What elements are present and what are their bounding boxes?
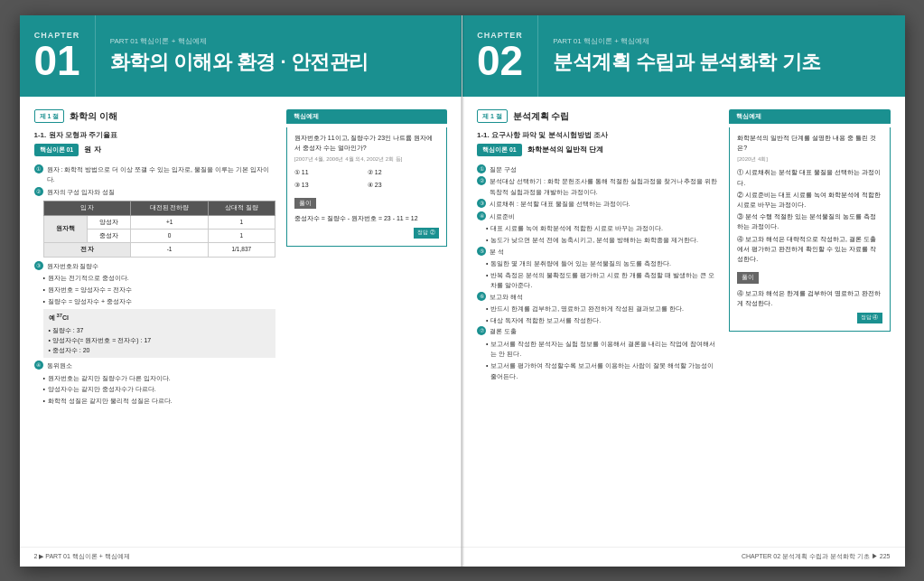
item-2: ② 원자의 구성 입자와 성질: [34, 187, 275, 198]
chapter-part-label-left: PART 01 핵심이론 + 핵심예제: [110, 36, 447, 46]
chapter-number-right: 02: [477, 40, 523, 81]
solution-left: 중성자수 = 질량수 - 원자번호 = 23 - 11 = 12: [294, 213, 439, 223]
core-title-left: 원 자: [84, 145, 100, 154]
step-3: ③ 시료채취 : 분석할 대표 물질을 선택하는 과정이다.: [477, 199, 718, 210]
item-1-text: 원자 : 화학적 방법으로 더 이상 쪼갤 수 있는 입자로, 물질을 이루는 …: [47, 164, 275, 185]
item-1: ① 원자 : 화학적 방법으로 더 이상 쪼갤 수 있는 입자로, 물질을 이루…: [34, 164, 275, 185]
footer-text-left: 2 ▶ PART 01 핵심이론 + 핵심예제: [34, 552, 130, 561]
section-title-right: 분석계획 수립: [513, 109, 570, 123]
right-page-footer: CHAPTER 02 분석계획 수립과 분석화학 기초 ▶ 225: [462, 547, 905, 567]
sol-label-right: 풀이: [737, 272, 759, 283]
chapter-title-block-left: PART 01 핵심이론 + 핵심예제 화학의 이해와 환경 · 안전관리: [95, 15, 462, 97]
chapter-part-label-right: PART 01 핵심이론 + 핵심예제: [553, 36, 890, 46]
chapter-title-left: 화학의 이해와 환경 · 안전관리: [110, 50, 447, 76]
chapter-title-right: 분석계획 수립과 분석화학 기초: [553, 50, 890, 76]
example-options-right: ① 시료채취는 분석할 대표 물질을 선택하는 과정이다. ② 시료준비는 대표…: [737, 167, 882, 264]
th-charge: 대전된 전하량: [131, 201, 208, 215]
atom-table: 입 자 대전된 전하량 상대적 질량 원자핵 양성자 +1 1: [43, 201, 275, 258]
example-year-right: [2020년 4회]: [737, 155, 882, 164]
td-neutron: 중성자: [87, 230, 130, 243]
step-1: ① 질문 구성: [477, 164, 718, 175]
solution-right: ④ 보고와 해석은 한계를 검부하여 명료하고 완전하게 작성한다.: [737, 288, 882, 308]
section-badge-left: 제 1 절: [34, 109, 65, 123]
chapter-number-left: 01: [34, 40, 80, 81]
atom-table-wrapper: 입 자 대전된 전하량 상대적 질량 원자핵 양성자 +1 1: [43, 201, 275, 258]
item-3-text: 원자번호와 질량수: [47, 261, 99, 272]
right-page-content: 제 1 절 분석계획 수립 1-1. 요구사항 파악 및 분석시험방법 조사 핵…: [462, 97, 905, 547]
right-page: CHAPTER 02 PART 01 핵심이론 + 핵심예제 분석계획 수립과 …: [462, 15, 905, 567]
example-question-left: 원자번호가 11이고, 질량수가 23인 나트륨 원자에서 중성자 수는 얼마인…: [294, 133, 439, 153]
right-main-content: 제 1 절 분석계획 수립 1-1. 요구사항 파악 및 분석시험방법 조사 핵…: [477, 109, 718, 534]
step-6: ⑥ 보고와 해석: [477, 292, 718, 303]
core-title-right: 화학분석의 일반적 단계: [527, 145, 603, 154]
section-header-left: 제 1 절 화학의 이해: [34, 109, 275, 123]
step-5: ⑤ 분 석: [477, 247, 718, 258]
item-4: ④ 동위원소: [34, 361, 275, 371]
example-box-label-left: 핵심예제: [286, 109, 447, 124]
example-year-left: [2007년 4월, 2006년 4월 외4, 2002년 2회 등]: [294, 155, 439, 164]
example-content-left: 원자번호가 11이고, 질량수가 23인 나트륨 원자에서 중성자 수는 얼마인…: [286, 127, 447, 248]
chapter-num-block-right: CHAPTER 02: [462, 15, 537, 97]
section-header-right: 제 1 절 분석계획 수립: [477, 109, 718, 123]
chapter-num-block-left: CHAPTER 01: [20, 15, 95, 97]
chapter-header-right: CHAPTER 02 PART 01 핵심이론 + 핵심예제 분석계획 수립과 …: [462, 15, 905, 97]
options-left: ① 11 ② 12 ③ 13 ④ 23: [294, 167, 439, 189]
chapter-title-block-right: PART 01 핵심이론 + 핵심예제 분석계획 수립과 분석화학 기초: [537, 15, 904, 97]
th-particle: 입 자: [43, 201, 131, 215]
cl-example-box: 예 37Cl • 질량수 : 37 • 양성자수(= 원자번호 = 전자수) :…: [43, 309, 275, 358]
footer-text-right: CHAPTER 02 분석계획 수립과 분석화학 기초 ▶ 225: [742, 552, 891, 561]
example-question-right: 화학분석의 일반적 단계를 설명한 내용 중 틀린 것은?: [737, 133, 882, 153]
left-main-content: 제 1 절 화학의 이해 1-1. 원자 모형과 주기율표 핵심이론 01 원 …: [34, 109, 275, 534]
left-example-column: 핵심예제 원자번호가 11이고, 질량수가 23인 나트륨 원자에서 중성자 수…: [286, 109, 447, 534]
example-box-label-right: 핵심예제: [729, 109, 890, 124]
item-2-text: 원자의 구성 입자와 성질: [47, 187, 116, 198]
left-page: CHAPTER 01 PART 01 핵심이론 + 핵심예제 화학의 이해와 환…: [20, 15, 463, 567]
core-concept-right: 핵심이론 01: [477, 144, 522, 155]
core-concept-left: 핵심이론 01: [34, 144, 79, 155]
sol-label-left: 풀이: [294, 198, 316, 209]
td-proton: 양성자: [87, 215, 130, 229]
subsection-heading-right: 1-1. 요구사항 파악 및 분석시험방법 조사: [477, 130, 718, 142]
section-title-left: 화학의 이해: [70, 109, 117, 123]
section-badge-right: 제 1 절: [477, 109, 508, 123]
item-3: ③ 원자번호와 질량수: [34, 261, 275, 272]
left-page-content: 제 1 절 화학의 이해 1-1. 원자 모형과 주기율표 핵심이론 01 원 …: [20, 97, 462, 547]
right-example-column: 핵심예제 화학분석의 일반적 단계를 설명한 내용 중 틀린 것은? [2020…: [729, 109, 890, 534]
answer-label-left: 정답 ②: [414, 228, 439, 239]
td-nucleus: 원자핵: [43, 215, 87, 243]
item-4-text: 동위원소: [47, 361, 72, 371]
th-mass: 상대적 질량: [208, 201, 275, 215]
book-spread: CHAPTER 01 PART 01 핵심이론 + 핵심예제 화학의 이해와 환…: [20, 15, 905, 567]
example-content-right: 화학분석의 일반적 단계를 설명한 내용 중 틀린 것은? [2020년 4회]…: [729, 127, 890, 332]
step-7: ⑦ 결론 도출: [477, 326, 718, 337]
step-2: ② 분석대상 선택하기 : 화학 문헌조사를 통해 적절한 실험과정을 찾거나 …: [477, 176, 718, 197]
td-electron: 전 자: [43, 243, 131, 257]
chapter-header-left: CHAPTER 01 PART 01 핵심이론 + 핵심예제 화학의 이해와 환…: [20, 15, 462, 97]
step-4: ④ 시료준비: [477, 211, 718, 222]
subsection-heading-left: 1-1. 원자 모형과 주기율표: [34, 130, 275, 142]
left-page-footer: 2 ▶ PART 01 핵심이론 + 핵심예제: [20, 547, 462, 567]
answer-label-right: 정답 ④: [857, 313, 882, 323]
